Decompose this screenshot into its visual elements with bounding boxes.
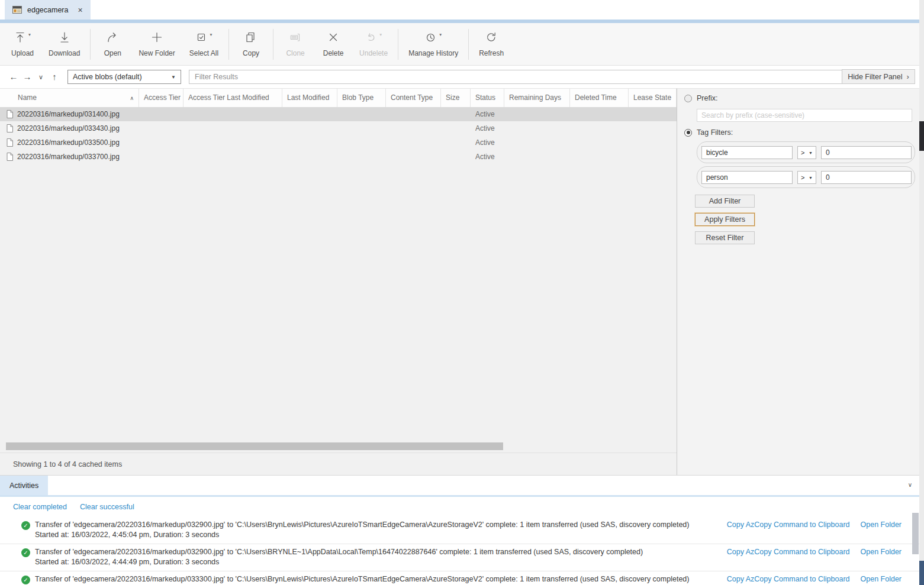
tag-operator-dropdown[interactable]: > ▼ [797, 171, 816, 184]
activity-list: ✓ Transfer of 'edgecamera/20220316/marke… [0, 517, 919, 585]
navigation-bar: ← → ∨ ↑ Active blobs (default) ▼ Hide Fi… [0, 66, 924, 88]
filter-panel: Prefix: Tag Filters: > ▼ > ▼ [677, 88, 919, 475]
undelete-button: ▼ Undelete [352, 31, 395, 57]
tab-edgecamera[interactable]: edgecamera × [5, 0, 91, 20]
column-header-access-tier[interactable]: Access Tier [139, 89, 183, 107]
manage-history-icon [424, 31, 437, 44]
up-button[interactable]: ↑ [48, 70, 61, 83]
copy-azcopy-link[interactable]: Copy AzCopy Command to Clipboard [727, 574, 850, 584]
clone-button: Clone [276, 31, 314, 57]
tab-activities[interactable]: Activities [0, 476, 48, 495]
content-region: Name ∧ Access Tier Access Tier Last Modi… [0, 88, 924, 475]
prefix-search-input[interactable] [697, 109, 912, 122]
background-window-sliver [919, 0, 924, 585]
clear-completed-link[interactable]: Clear completed [13, 503, 67, 511]
file-icon [7, 124, 13, 132]
success-check-icon: ✓ [21, 548, 30, 557]
manage-history-button[interactable]: ▼ Manage History [401, 31, 465, 57]
activity-message: Transfer of 'edgecamera/20220316/markedu… [35, 520, 727, 530]
activity-details: Started at: 16/03/2022, 4:45:04 pm, Dura… [35, 530, 727, 540]
file-icon [7, 110, 13, 118]
open-folder-link[interactable]: Open Folder [861, 574, 902, 584]
open-folder-link[interactable]: Open Folder [861, 547, 902, 557]
blob-name: 20220316/markedup/033700.jpg [17, 153, 120, 161]
chevron-down-icon: ▼ [28, 33, 31, 37]
refresh-icon [485, 31, 498, 44]
clear-successful-link[interactable]: Clear successful [80, 503, 134, 511]
column-header-size[interactable]: Size [441, 89, 471, 107]
horizontal-scrollbar[interactable] [0, 442, 677, 451]
copy-icon [244, 31, 257, 44]
open-icon [106, 31, 119, 44]
column-header-lease-state[interactable]: Lease State [629, 89, 677, 107]
select-all-icon [195, 31, 208, 44]
column-header-last-modified[interactable]: Last Modified [282, 89, 337, 107]
prefix-radio[interactable] [684, 95, 692, 102]
blob-status: Active [471, 107, 504, 121]
activity-details: Started at: 16/03/2022, 4:44:49 pm, Dura… [35, 557, 727, 567]
apply-filters-button[interactable]: Apply Filters [695, 213, 755, 226]
delete-button[interactable]: Delete [314, 31, 352, 57]
horizontal-scrollbar-thumb[interactable] [6, 442, 503, 450]
tag-filters-option[interactable]: Tag Filters: [684, 128, 733, 137]
copy-button[interactable]: Copy [232, 31, 270, 57]
collapse-panel-chevron-icon[interactable]: ∨ [908, 481, 912, 488]
blob-list: Name ∧ Access Tier Access Tier Last Modi… [0, 88, 677, 475]
download-button[interactable]: Download [41, 31, 87, 57]
filter-results-input[interactable] [189, 70, 842, 84]
copy-azcopy-link[interactable]: Copy AzCopy Command to Clipboard [727, 520, 850, 530]
background-window-sliver [919, 561, 924, 585]
tab-close-icon[interactable]: × [78, 6, 83, 14]
select-all-button[interactable]: ▼ Select All [182, 31, 226, 57]
tag-operator-dropdown[interactable]: > ▼ [797, 146, 816, 159]
upload-button[interactable]: ▼ Upload [4, 31, 41, 57]
chevron-down-icon: ▼ [379, 33, 382, 37]
chevron-down-icon: ▼ [439, 33, 442, 37]
forward-button[interactable]: → [21, 70, 34, 83]
column-header-blob-type[interactable]: Blob Type [337, 89, 386, 107]
column-header-deleted-time[interactable]: Deleted Time [570, 89, 629, 107]
tag-name-input[interactable] [701, 146, 793, 159]
column-header-access-tier-last-modified[interactable]: Access Tier Last Modified [183, 89, 282, 107]
blob-container-icon [12, 6, 22, 14]
hide-filter-panel-button[interactable]: Hide Filter Panel › [842, 69, 915, 84]
blob-name: 20220316/markedup/033500.jpg [17, 138, 120, 147]
tag-value-input[interactable] [821, 146, 912, 159]
reset-filter-button[interactable]: Reset Filter [695, 231, 755, 244]
tag-name-input[interactable] [701, 171, 793, 184]
column-header-name[interactable]: Name ∧ [0, 89, 139, 107]
blob-status: Active [471, 121, 504, 135]
open-button[interactable]: Open [94, 31, 131, 57]
table-row[interactable]: 20220316/markedup/033430.jpg Active [0, 121, 677, 135]
history-chevron-button[interactable]: ∨ [34, 70, 47, 83]
document-tab-bar: edgecamera × [0, 0, 924, 20]
table-row[interactable]: 20220316/markedup/033500.jpg Active [0, 135, 677, 150]
column-header-remaining-days[interactable]: Remaining Days [504, 89, 570, 107]
refresh-button[interactable]: Refresh [472, 31, 511, 57]
column-header-content-type[interactable]: Content Type [386, 89, 441, 107]
table-row[interactable]: 20220316/markedup/031400.jpg Active [0, 107, 677, 121]
background-window-sliver [919, 121, 924, 151]
back-button[interactable]: ← [7, 70, 20, 83]
tag-filters-radio[interactable] [684, 129, 692, 137]
tag-value-input[interactable] [821, 171, 912, 184]
blob-status: Active [471, 150, 504, 164]
blob-status: Active [471, 135, 504, 150]
file-icon [7, 153, 13, 161]
new-folder-button[interactable]: New Folder [131, 31, 182, 57]
column-header-status[interactable]: Status [471, 89, 504, 107]
file-icon [7, 138, 13, 147]
open-folder-link[interactable]: Open Folder [861, 520, 902, 530]
add-filter-button[interactable]: Add Filter [695, 195, 755, 208]
table-header-row: Name ∧ Access Tier Access Tier Last Modi… [0, 89, 677, 107]
blob-view-dropdown[interactable]: Active blobs (default) ▼ [67, 70, 181, 84]
toolbar-separator [273, 29, 273, 60]
copy-azcopy-link[interactable]: Copy AzCopy Command to Clipboard [727, 547, 850, 557]
chevron-down-icon: ▼ [171, 75, 176, 80]
vertical-scrollbar-thumb[interactable] [912, 513, 919, 554]
activity-entry: ✓ Transfer of 'edgecamera/20220316/marke… [0, 517, 919, 544]
prefix-option[interactable]: Prefix: [684, 94, 717, 102]
clone-icon [289, 31, 302, 44]
table-row[interactable]: 20220316/markedup/033700.jpg Active [0, 150, 677, 164]
chevron-right-icon: › [907, 72, 909, 81]
